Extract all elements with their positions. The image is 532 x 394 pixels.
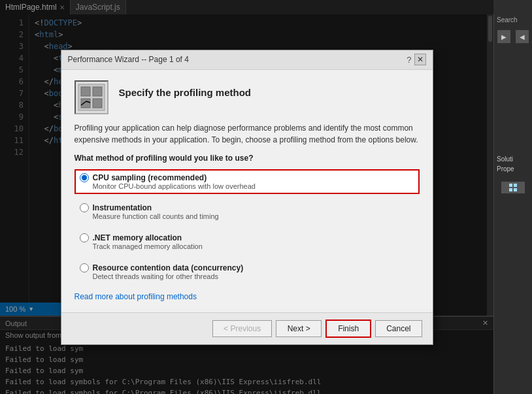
cancel-button[interactable]: Cancel <box>375 320 422 337</box>
dialog-help-icon[interactable]: ? <box>407 55 411 65</box>
svg-rect-7 <box>81 99 90 108</box>
radio-option-instrumentation[interactable]: Instrumentation Measure function call co… <box>75 199 420 224</box>
sidebar-label-soluti: Soluti <box>494 154 532 164</box>
wizard-heading: Specify the profiling method <box>119 87 252 98</box>
radio-label-instrumentation: Instrumentation <box>93 203 152 212</box>
radio-desc-dotnet: Track managed memory allocation <box>93 242 414 250</box>
performance-wizard-dialog: Performance Wizard -- Page 1 of 4 ? ✕ <box>61 50 433 345</box>
dialog-description: Profiling your application can help diag… <box>75 122 420 146</box>
radio-row-concurrency: Resource contention data (concurrency) <box>80 263 414 272</box>
radio-cpu[interactable] <box>80 173 89 182</box>
radio-option-concurrency[interactable]: Resource contention data (concurrency) D… <box>75 259 420 284</box>
radio-concurrency[interactable] <box>80 263 89 272</box>
wizard-icon <box>75 80 108 114</box>
radio-option-cpu[interactable]: CPU sampling (recommended) Monitor CPU-b… <box>75 169 420 194</box>
sidebar-icon-btn-1[interactable]: ▶ <box>497 30 510 43</box>
right-sidebar: Soluti Search ▶ ◀ Soluti Prope <box>493 0 532 394</box>
finish-button[interactable]: Finish <box>325 320 371 338</box>
dialog-footer: < Previous Next > Finish Cancel <box>61 312 433 344</box>
radio-desc-instrumentation: Measure function call counts and timing <box>93 212 414 220</box>
dialog-question: What method of profiling would you like … <box>75 154 420 163</box>
sidebar-icon-row-1: ▶ ◀ <box>494 29 532 44</box>
radio-group: CPU sampling (recommended) Monitor CPU-b… <box>75 169 420 284</box>
svg-rect-8 <box>93 99 102 108</box>
radio-desc-cpu: Monitor CPU-bound applications with low … <box>93 182 414 190</box>
radio-row-instrumentation: Instrumentation <box>80 203 414 212</box>
sidebar-icon-row-2 <box>494 182 532 193</box>
radio-label-dotnet: .NET memory allocation <box>93 233 182 242</box>
read-more-link[interactable]: Read more about profiling methods <box>75 292 197 301</box>
radio-row-cpu: CPU sampling (recommended) <box>80 173 414 182</box>
sidebar-label-prope: Prope <box>494 164 532 174</box>
dialog-title: Performance Wizard -- Page 1 of 4 <box>68 55 189 64</box>
sidebar-search: Search <box>494 14 532 26</box>
radio-desc-concurrency: Detect threads waiting for other threads <box>93 272 414 280</box>
previous-button[interactable]: < Previous <box>212 320 272 337</box>
next-button[interactable]: Next > <box>276 320 322 337</box>
svg-rect-3 <box>514 188 517 191</box>
svg-rect-2 <box>509 188 512 191</box>
dialog-controls: ? ✕ <box>407 54 425 65</box>
svg-rect-6 <box>93 87 102 96</box>
radio-label-concurrency: Resource contention data (concurrency) <box>93 263 244 272</box>
radio-option-dotnet[interactable]: .NET memory allocation Track managed mem… <box>75 229 420 254</box>
dialog-heading-area: Specify the profiling method <box>119 80 252 114</box>
radio-label-cpu: CPU sampling (recommended) <box>93 173 207 182</box>
radio-row-dotnet: .NET memory allocation <box>80 233 414 242</box>
radio-instrumentation[interactable] <box>80 203 89 212</box>
dialog-top-section: Specify the profiling method <box>75 80 420 114</box>
svg-rect-0 <box>509 184 512 187</box>
dialog-titlebar: Performance Wizard -- Page 1 of 4 ? ✕ <box>61 50 433 70</box>
sidebar-grid-icon[interactable] <box>501 182 525 193</box>
svg-rect-5 <box>81 87 90 96</box>
radio-dotnet[interactable] <box>80 233 89 242</box>
dialog-body: Specify the profiling method Profiling y… <box>61 70 433 312</box>
svg-rect-1 <box>514 184 517 187</box>
dialog-close-button[interactable]: ✕ <box>414 54 426 65</box>
sidebar-icon-btn-2[interactable]: ◀ <box>516 30 529 43</box>
dialog-overlay: Performance Wizard -- Page 1 of 4 ? ✕ <box>0 0 493 394</box>
